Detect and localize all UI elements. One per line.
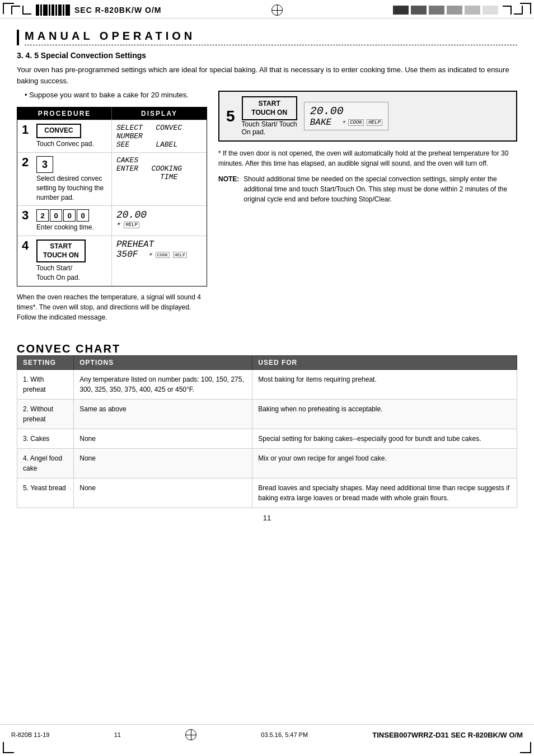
step4-display-preheat: PREHEAT: [116, 240, 202, 250]
step2-procedure: 2 3 Select desired convec setting by tou…: [17, 153, 112, 205]
convec-row-1: 1. With preheatAny temperature listed on…: [17, 369, 517, 399]
convec-cell-setting-2: 2. Without preheat: [17, 399, 74, 429]
intro-text: Your oven has pre-programmed settings wh…: [17, 64, 517, 86]
step4-content: START TOUCH ON Touch Start/Touch On pad.: [36, 240, 86, 283]
convec-cell-options-3: None: [74, 429, 252, 448]
convec-cell-options-5: None: [74, 478, 252, 508]
header-title: SEC R-820BK/W O/M: [74, 6, 161, 15]
step1-procedure: 1 CONVEC Touch Convec pad.: [17, 120, 112, 152]
numpad-0b: 0: [63, 209, 76, 222]
step-row-4: 4 START TOUCH ON Touch Start/Touch On pa…: [17, 236, 207, 286]
step4-label: Touch Start/Touch On pad.: [36, 264, 86, 283]
step3-display-icon: ☀ HELP: [116, 220, 202, 228]
step4-display-temp: 350F ☀ COOK HELP: [116, 250, 202, 260]
numpad-2: 2: [36, 209, 49, 222]
footer-left: R-820B 11-19: [11, 731, 50, 738]
step5-button-area: START TOUCH ON Touch Start/ Touch On pad…: [242, 96, 297, 136]
step4-button: START TOUCH ON: [36, 240, 86, 262]
step3-numpad: 2 0 0 0: [36, 209, 94, 222]
two-column-layout: Suppose you want to bake a cake for 20 m…: [17, 91, 517, 331]
numpad-0a: 0: [50, 209, 62, 222]
convec-cell-used_for-3: Special setting for baking cakes--especi…: [252, 429, 517, 448]
bullet-text: Suppose you want to bake a cake for 20 m…: [17, 91, 207, 99]
convec-cell-setting-4: 4. Angel food cake: [17, 448, 74, 478]
left-column: Suppose you want to bake a cake for 20 m…: [17, 91, 207, 331]
section-title: MANUAL OPERATION: [25, 30, 195, 43]
procedure-table-header: PROCEDURE DISPLAY: [17, 107, 207, 120]
corner-bracket-tr: [520, 3, 531, 14]
header-display: DISPLAY: [112, 107, 207, 120]
convec-cell-setting-3: 3. Cakes: [17, 429, 74, 448]
convec-row-3: 3. CakesNoneSpecial setting for baking c…: [17, 429, 517, 448]
step2-display-line3: TIME: [116, 173, 202, 181]
signal-text: When the oven reaches the temperature, a…: [17, 292, 207, 322]
step5-lcd: 20.00 BAKE ☀ COOK HELP: [304, 102, 388, 130]
page-header: SEC R-820BK/W O/M: [0, 0, 534, 18]
note-block: NOTE: Should additional time be needed o…: [218, 174, 517, 204]
page-footer: R-820B 11-19 11 03.5.16, 5:47 PM TINSEB0…: [0, 724, 534, 745]
step3-display-time: 20.00: [116, 209, 202, 220]
step-row-3: 3 2 0 0 0 Enter cooking time. 20: [17, 205, 207, 236]
subsection-title: 3. 4. 5 Special Convection Settings: [17, 51, 517, 60]
step2-button: 3: [36, 156, 53, 173]
note-asterisk: * If the oven door is not opened, the ov…: [218, 148, 517, 168]
step-row-1: 1 CONVEC Touch Convec pad. SELECT CONVEC…: [17, 120, 207, 152]
step3-display: 20.00 ☀ HELP: [112, 206, 207, 236]
header-reg-center: [271, 4, 283, 16]
convec-cell-setting-1: 1. With preheat: [17, 369, 74, 399]
step1-display-line3: SEE LABEL: [116, 140, 202, 149]
color-blocks: [393, 6, 498, 15]
step5-button-line2: TOUCH ON: [249, 109, 291, 118]
note-asterisk-text: If the oven door is not opened, the oven…: [218, 149, 508, 167]
convec-cell-used_for-1: Most baking for items requiring preheat.: [252, 369, 517, 399]
step5-time: 20.00: [310, 105, 382, 118]
convec-row-4: 4. Angel food cakeNoneMix or your own re…: [17, 448, 517, 478]
convec-cell-options-2: Same as above: [74, 399, 252, 429]
convec-row-2: 2. Without preheatSame as aboveBaking wh…: [17, 399, 517, 429]
footer-reg-mark: [185, 729, 196, 740]
step5-number: 5: [226, 107, 235, 125]
step1-display: SELECT CONVEC NUMBER SEE LABEL: [112, 120, 207, 152]
step5-label: Touch Start/ Touch On pad.: [242, 120, 297, 136]
section-header: MANUAL OPERATION: [17, 30, 517, 45]
step2-display-line2: ENTER COOKING: [116, 165, 202, 173]
step-row-2: 2 3 Select desired convec setting by tou…: [17, 152, 207, 205]
col-header-setting: SETTING: [17, 355, 74, 369]
step1-display-line1: SELECT CONVEC: [116, 124, 202, 132]
convec-cell-options-4: None: [74, 448, 252, 478]
convec-table: SETTING OPTIONS USED FOR 1. With preheat…: [17, 355, 517, 508]
bracket-bl: [22, 6, 31, 15]
step5-display-area: 20.00 BAKE ☀ COOK HELP: [304, 102, 388, 130]
step1-button: CONVEC: [36, 124, 81, 138]
procedure-table: PROCEDURE DISPLAY 1 CONVEC Touch Convec …: [17, 107, 207, 287]
step1-number: 1: [22, 124, 33, 136]
footer-center-right: 03.5.16, 5:47 PM: [261, 731, 308, 738]
convec-cell-used_for-4: Mix or your own recipe for angel food ca…: [252, 448, 517, 478]
convec-cell-setting-5: 5. Yeast bread: [17, 478, 74, 508]
step2-label: Select desired convec setting by touchin…: [36, 174, 107, 202]
convec-cell-options-1: Any temperature listed on number pads: 1…: [74, 369, 252, 399]
convec-title: CONVEC CHART: [17, 342, 517, 355]
convec-cell-used_for-2: Baking when no preheating is acceptable.: [252, 399, 517, 429]
step5-button-line1: START: [249, 100, 291, 109]
footer-center-left: 11: [114, 731, 121, 738]
step2-display: CAKES ENTER COOKING TIME: [112, 153, 207, 205]
page-number: 11: [17, 514, 517, 522]
col-header-options: OPTIONS: [74, 355, 252, 369]
note-label: NOTE:: [218, 174, 239, 204]
step5-label-line1: Touch Start/ Touch: [242, 120, 297, 128]
step5-box: 5 START TOUCH ON Touch Start/ Touch On p…: [218, 91, 517, 142]
step5-bake-text: BAKE: [310, 118, 331, 128]
col-header-used-for: USED FOR: [252, 355, 517, 369]
step4-number: 4: [22, 240, 33, 252]
convec-chart-section: CONVEC CHART SETTING OPTIONS USED FOR 1.…: [17, 342, 517, 508]
convec-table-header-row: SETTING OPTIONS USED FOR: [17, 355, 517, 369]
step1-content: CONVEC Touch Convec pad.: [36, 124, 94, 148]
corner-bracket-tl: [3, 3, 14, 14]
step2-content: 3 Select desired convec setting by touch…: [36, 156, 107, 202]
step3-procedure: 3 2 0 0 0 Enter cooking time.: [17, 206, 112, 236]
step5-bake: BAKE ☀ COOK HELP: [310, 118, 382, 128]
step2-number: 2: [22, 156, 33, 168]
step4-button-line2: TOUCH ON: [43, 251, 79, 260]
section-divider: [25, 45, 517, 45]
